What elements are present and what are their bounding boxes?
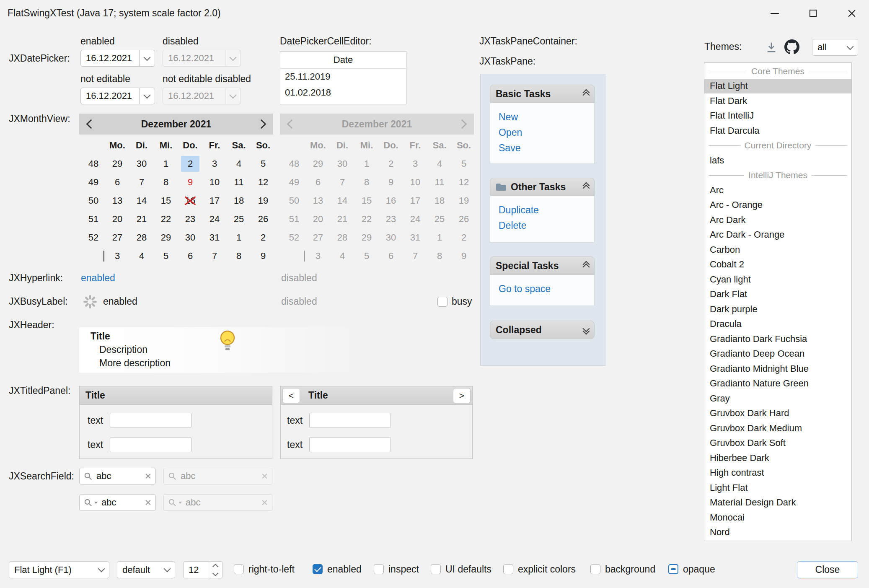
theme-list-item[interactable]: Material Design Dark <box>704 495 851 510</box>
checkbox-label-opaque[interactable]: opaque <box>683 564 715 575</box>
minimize-button[interactable] <box>761 0 788 26</box>
monthview-day-cell[interactable]: 14 <box>129 192 154 210</box>
monthview-day-cell[interactable]: 26 <box>251 210 275 228</box>
monthview-day-cell[interactable]: 15 <box>154 192 178 210</box>
monthview-day-cell[interactable]: 8 <box>154 173 178 192</box>
spinner-buttons[interactable] <box>208 562 222 578</box>
theme-list-item[interactable]: Gradianto Midnight Blue <box>704 361 851 376</box>
monthview-day-cell[interactable]: 1 <box>227 228 251 247</box>
laf-combo[interactable]: Flat Light (F1) <box>9 561 109 578</box>
theme-list-item[interactable]: Hiberbee Dark <box>704 451 851 466</box>
table-row[interactable]: 01.02.2018 <box>280 85 406 101</box>
clear-icon[interactable] <box>145 500 151 506</box>
monthview-day-cell[interactable]: 6 <box>178 247 202 265</box>
search-field[interactable]: abc <box>79 468 156 484</box>
monthview-day-cell[interactable]: 9 <box>178 173 202 192</box>
taskpane-group-title[interactable]: Special Tasks <box>490 256 595 275</box>
theme-list-item[interactable]: lafs <box>704 153 851 168</box>
checkbox-enabled[interactable] <box>313 564 323 574</box>
monthview-day-cell[interactable]: 12 <box>251 173 275 192</box>
font-combo[interactable]: default <box>117 561 175 578</box>
taskpane-link[interactable]: Open <box>499 125 594 140</box>
theme-list-item[interactable]: Arc Dark <box>704 212 851 228</box>
search-value[interactable]: abc <box>96 471 141 482</box>
theme-list-item[interactable]: Cobalt 2 <box>704 257 851 272</box>
monthview-day-cell[interactable]: 2 <box>178 155 202 173</box>
theme-list-item[interactable]: Nord <box>704 525 851 540</box>
monthview-day-cell[interactable]: 25 <box>227 210 251 228</box>
clear-icon[interactable] <box>145 473 151 479</box>
datepicker-enabled[interactable]: 16.12.2021 <box>80 50 155 67</box>
monthview-day-cell[interactable]: 5 <box>251 155 275 173</box>
theme-list[interactable]: Core ThemesFlat LightFlat DarkFlat Intel… <box>704 62 852 541</box>
theme-filter-combo[interactable]: all <box>812 39 858 56</box>
monthview-day-cell[interactable]: 3 <box>202 155 227 173</box>
checkbox-label-right-to-left[interactable]: right-to-left <box>248 564 295 575</box>
prev-button[interactable]: < <box>282 388 300 403</box>
close-button[interactable]: Close <box>797 561 858 578</box>
chevron-double-down-icon[interactable] <box>584 326 589 334</box>
monthview-day-cell[interactable]: 31 <box>202 228 227 247</box>
theme-list-item[interactable]: Dark Flat <box>704 287 851 302</box>
text-field[interactable] <box>309 413 391 428</box>
github-icon[interactable] <box>784 39 799 54</box>
busy-checkbox-label[interactable]: busy <box>452 296 472 307</box>
theme-list-item[interactable]: Gradianto Dark Fuchsia <box>704 332 851 347</box>
text-field[interactable] <box>110 413 191 428</box>
checkbox-opaque[interactable] <box>668 564 678 574</box>
table-row[interactable]: 25.11.2019 <box>280 69 406 85</box>
next-month-button[interactable] <box>250 114 273 135</box>
monthview-day-cell[interactable]: 11 <box>227 173 251 192</box>
theme-list-item[interactable]: Carbon <box>704 242 851 257</box>
theme-list-item[interactable]: Gruvbox Dark Soft <box>704 436 851 451</box>
chevron-double-up-icon[interactable] <box>584 183 589 191</box>
download-icon[interactable] <box>765 41 778 54</box>
taskpane-link[interactable]: New <box>499 109 594 125</box>
checkbox-label-inspect[interactable]: inspect <box>388 564 419 575</box>
text-field[interactable] <box>309 437 391 452</box>
monthview-day-cell[interactable]: 21 <box>129 210 154 228</box>
checkbox-label-explicit-colors[interactable]: explicit colors <box>518 564 576 575</box>
monthview-day-cell[interactable]: 6 <box>105 173 129 192</box>
theme-list-item[interactable]: Flat Dark <box>704 93 851 109</box>
taskpane-group-title[interactable]: Basic Tasks <box>490 85 595 103</box>
monthview-day-cell[interactable]: 30 <box>178 228 202 247</box>
checkbox-inspect[interactable] <box>374 564 384 574</box>
taskpane-group-title[interactable]: Other Tasks <box>490 178 595 196</box>
monthview-day-cell[interactable]: 4 <box>227 155 251 173</box>
chevron-down-icon[interactable] <box>94 502 98 504</box>
theme-list-item[interactable]: Gruvbox Dark Medium <box>704 421 851 436</box>
datepicker-not-editable[interactable]: 16.12.2021 <box>80 88 155 104</box>
monthview-enabled[interactable]: Dezember 2021 Mo.Di.Mi.Do.Fr.Sa.So.48293… <box>79 114 273 265</box>
monthview-day-cell[interactable]: 18 <box>227 192 251 210</box>
chevron-down-icon[interactable] <box>94 562 109 578</box>
theme-list-item[interactable]: Arc - Orange <box>704 198 851 213</box>
checkbox-ui-defaults[interactable] <box>431 564 441 574</box>
theme-list-item[interactable]: High contrast <box>704 466 851 481</box>
monthview-day-cell[interactable]: 3 <box>105 247 129 265</box>
monthview-day-cell[interactable]: 20 <box>105 210 129 228</box>
text-field[interactable] <box>110 437 191 452</box>
cell-editor-table[interactable]: Date 25.11.2019 01.02.2018 <box>280 51 406 104</box>
monthview-day-cell[interactable]: 2 <box>251 228 275 247</box>
monthview-day-cell[interactable]: 13 <box>105 192 129 210</box>
taskpane-link[interactable]: Duplicate <box>499 202 594 218</box>
chevron-down-icon[interactable] <box>160 562 175 578</box>
close-window-button[interactable] <box>838 0 865 26</box>
chevron-down-icon[interactable] <box>139 50 155 66</box>
theme-list-item[interactable]: Monocai <box>704 510 851 525</box>
chevron-down-icon[interactable] <box>843 39 858 55</box>
monthview-day-cell[interactable]: 30 <box>129 155 154 173</box>
monthview-day-cell[interactable]: 29 <box>154 228 178 247</box>
search-value[interactable]: abc <box>101 497 141 508</box>
theme-list-item[interactable]: Arc <box>704 183 851 198</box>
monthview-day-cell[interactable]: 5 <box>154 247 178 265</box>
chevron-double-up-icon[interactable] <box>584 262 589 269</box>
spinner-up-icon[interactable] <box>212 563 218 569</box>
monthview-day-cell[interactable]: 10 <box>202 173 227 192</box>
checkbox-right-to-left[interactable] <box>234 564 244 574</box>
checkbox-background[interactable] <box>590 564 600 574</box>
chevron-down-icon[interactable] <box>139 88 155 104</box>
taskpane-link[interactable]: Go to space <box>499 281 594 297</box>
theme-list-item[interactable]: Light Flat <box>704 480 851 495</box>
